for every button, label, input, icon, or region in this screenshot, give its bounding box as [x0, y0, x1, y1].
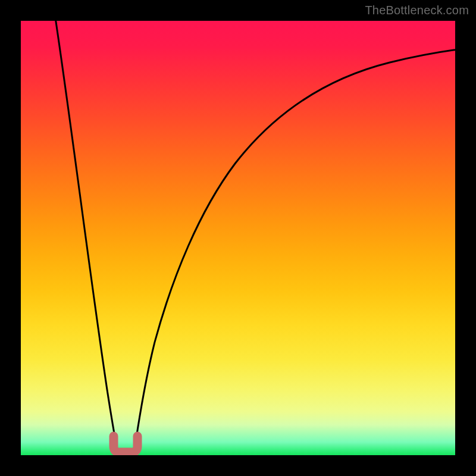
curve-left-branch — [55, 21, 118, 453]
chart-frame: TheBottleneck.com — [0, 0, 476, 476]
min-marker-icon — [114, 436, 137, 452]
watermark-text: TheBottleneck.com — [365, 4, 469, 17]
curve-right-branch — [134, 49, 455, 453]
bottleneck-curve — [21, 21, 455, 455]
plot-area — [21, 21, 455, 455]
